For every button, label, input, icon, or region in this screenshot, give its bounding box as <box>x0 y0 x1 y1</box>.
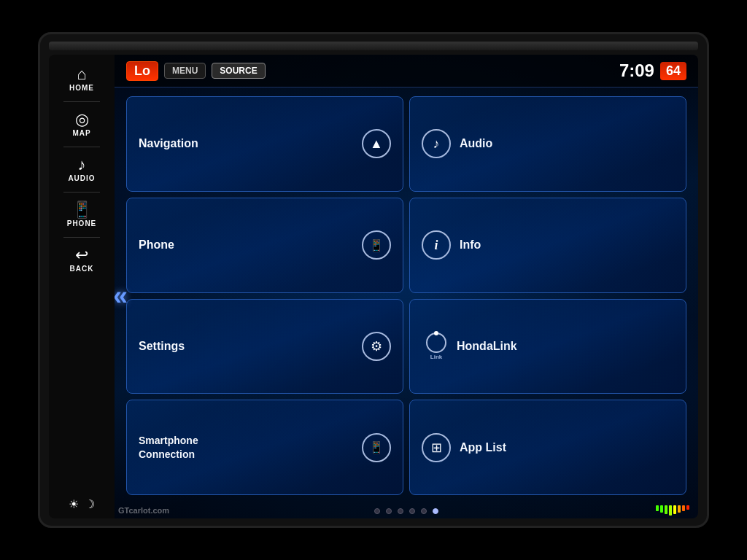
main-frame: ⌂ HOME ◎ MAP ♪ AUDIO 📱 PHONE ↩ BACK <box>38 32 709 528</box>
phone-menu-icon: 📱 <box>362 230 391 260</box>
lo-badge: Lo <box>126 61 158 81</box>
smartphone-button[interactable]: SmartphoneConnection 📱 <box>126 400 403 495</box>
navigation-button[interactable]: Navigation ▲ <box>126 96 403 192</box>
page-dot-5[interactable] <box>421 508 427 514</box>
sidebar-divider-2 <box>63 147 100 147</box>
page-dot-6[interactable] <box>433 508 438 514</box>
brightness-sun-icon[interactable]: ☀ <box>69 497 79 511</box>
audio-note-icon: ♪ <box>422 129 451 158</box>
header-right: 7:09 64 <box>619 61 686 81</box>
info-icon: i <box>422 230 451 260</box>
sidebar-label-map: MAP <box>72 129 90 137</box>
main-content: ⌂ HOME ◎ MAP ♪ AUDIO 📱 PHONE ↩ BACK <box>49 55 698 518</box>
settings-icon: ⚙ <box>362 332 391 361</box>
navigation-icon: ▲ <box>362 129 391 158</box>
applist-button[interactable]: ⊞ App List <box>409 400 686 495</box>
header-left: Lo MENU SOURCE <box>126 61 266 81</box>
info-button[interactable]: i Info <box>409 198 686 293</box>
sidebar-label-home: HOME <box>69 84 94 92</box>
map-icon: ◎ <box>75 112 89 128</box>
back-arrow-icon[interactable]: « <box>115 281 128 311</box>
hondalink-label: HondaLink <box>457 340 674 353</box>
page-dot-2[interactable] <box>386 508 392 514</box>
hondalink-icon: Link <box>422 332 451 361</box>
sidebar-item-back[interactable]: ↩ BACK <box>56 243 107 277</box>
sidebar: ⌂ HOME ◎ MAP ♪ AUDIO 📱 PHONE ↩ BACK <box>49 55 115 518</box>
smartphone-label: SmartphoneConnection <box>139 434 362 460</box>
sidebar-label-audio: AUDIO <box>68 174 95 182</box>
applist-icon: ⊞ <box>422 433 451 462</box>
smartphone-icon: 📱 <box>362 433 391 462</box>
sidebar-label-phone: PHONE <box>67 219 97 228</box>
sidebar-item-map[interactable]: ◎ MAP <box>56 107 107 141</box>
watermark: GTcarlot.com <box>118 506 169 515</box>
sidebar-item-home[interactable]: ⌂ HOME <box>56 62 107 96</box>
applist-label: App List <box>460 441 674 454</box>
screen: Lo MENU SOURCE 7:09 64 « Navigation ▲ <box>115 55 698 518</box>
audio-button[interactable]: ♪ Audio <box>409 96 686 192</box>
temp-badge: 64 <box>660 62 686 80</box>
audio-label: Audio <box>460 137 674 150</box>
page-dot-3[interactable] <box>398 508 403 514</box>
navigation-label: Navigation <box>139 137 362 150</box>
info-label: Info <box>460 238 674 252</box>
phone-label: Phone <box>139 238 362 252</box>
hondalink-button[interactable]: Link HondaLink <box>409 299 686 394</box>
back-icon: ↩ <box>75 247 88 263</box>
sidebar-divider-3 <box>63 192 100 192</box>
sidebar-label-back: BACK <box>70 265 94 273</box>
settings-label: Settings <box>139 340 362 353</box>
menu-grid: « Navigation ▲ ♪ Audio Phone 📱 <box>115 88 698 504</box>
sidebar-divider-1 <box>63 101 100 102</box>
menu-button[interactable]: MENU <box>164 63 206 79</box>
phone-icon: 📱 <box>72 202 92 218</box>
brightness-controls: ☀ ☽ <box>69 497 95 511</box>
brightness-moon-icon[interactable]: ☽ <box>85 497 95 511</box>
phone-button[interactable]: Phone 📱 <box>126 198 403 293</box>
home-icon: ⌂ <box>77 66 86 82</box>
audio-icon: ♪ <box>78 157 86 173</box>
settings-button[interactable]: Settings ⚙ <box>126 299 403 394</box>
page-dot-4[interactable] <box>409 508 415 514</box>
page-dot-1[interactable] <box>374 508 380 514</box>
sidebar-item-audio[interactable]: ♪ AUDIO <box>56 152 107 187</box>
source-button[interactable]: SOURCE <box>212 63 265 79</box>
sidebar-item-phone[interactable]: 📱 PHONE <box>56 198 107 232</box>
page-indicators <box>115 504 698 518</box>
time-display: 7:09 <box>619 61 654 81</box>
screen-header: Lo MENU SOURCE 7:09 64 <box>115 55 698 88</box>
sidebar-divider-4 <box>63 237 100 238</box>
top-bar <box>49 42 698 50</box>
